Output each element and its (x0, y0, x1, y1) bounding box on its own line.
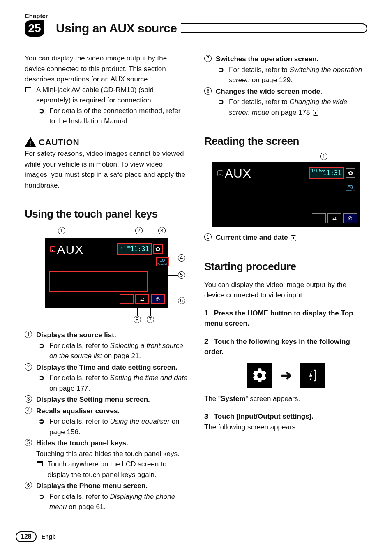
switch-screen-button-2[interactable]: ⇄ (327, 213, 341, 223)
arrow-right-icon: ➜ (280, 365, 292, 386)
wide-mode-button[interactable]: ⛶ (120, 294, 134, 304)
callout-5: 5 (178, 271, 185, 279)
detail-suffix: on page 21. (102, 352, 141, 360)
aux-source-label[interactable]: ⌄ AUX (50, 240, 84, 259)
clock-time: 11:31 (130, 246, 149, 253)
aux-text: AUX (57, 240, 84, 259)
item-num: 5 (25, 439, 32, 446)
phone-button[interactable]: ✆ (151, 294, 165, 304)
page-header: 25 Using an AUX source (25, 20, 367, 37)
page-number: 128 (16, 531, 37, 542)
eq-button-2[interactable]: EQ Powerful (344, 184, 356, 193)
item-num: 1 (25, 331, 32, 338)
item-num: 8 (204, 87, 212, 95)
item-num: 4 (25, 407, 32, 414)
section-starting-procedure: Starting procedure (204, 259, 367, 275)
detail-suffix: on page 61. (67, 503, 106, 511)
touch-panel-items: 1 Displays the source list. For details,… (25, 330, 188, 512)
step-num: 2 (204, 338, 208, 345)
item-plain: Touching this area hides the touch panel… (36, 449, 188, 459)
hide-touch-zone[interactable] (49, 271, 148, 292)
step-num: 1 (204, 309, 208, 317)
phone-button-2[interactable]: ✆ (343, 213, 357, 223)
step-num: 3 (204, 412, 208, 420)
caution-text: For safety reasons, video images cannot … (25, 148, 188, 190)
reading-item-1: 1 Current time and date (204, 232, 367, 243)
item-num: 1 (204, 233, 212, 241)
warning-icon (25, 137, 36, 147)
item-title: Displays the source list. (36, 331, 116, 339)
item-5: 5 Hides the touch panel keys. Touching t… (25, 438, 188, 480)
step-2: 2 Touch the following keys in the follow… (204, 336, 367, 357)
settings-gear-icon[interactable] (247, 363, 272, 388)
aux-source-label-2[interactable]: ⌄ AUX (217, 164, 251, 183)
sys-prefix: The " (204, 395, 221, 403)
eq-sublabel: Powerful (157, 263, 167, 266)
sys-bold: System (221, 395, 245, 403)
item-title: Switches the operation screen. (216, 55, 318, 63)
step-text: Touch the following keys in the followin… (204, 338, 350, 356)
right-column: 7 Switches the operation screen. For det… (204, 53, 367, 513)
callout-4: 4 (178, 254, 185, 262)
item-title: Current time and date (216, 234, 288, 241)
item-2: 2 Displays the Time and date setting scr… (25, 362, 188, 394)
header-rule (181, 23, 367, 33)
page-title: Using an AUX source (56, 21, 177, 35)
clock-time: 11:31 (323, 169, 341, 177)
intro-text: You can display the video image output b… (25, 53, 188, 85)
item-1: 1 Displays the source list. For details,… (25, 330, 188, 361)
aux-text: AUX (225, 164, 251, 183)
callout-8: 8 (134, 316, 141, 323)
item-7: 7 Switches the operation screen. For det… (204, 54, 367, 86)
icon-sequence: ➜ (204, 363, 367, 388)
detail-suffix: on page 177. (49, 385, 90, 392)
item-num: 6 (25, 482, 32, 489)
item-num: 2 (25, 363, 32, 371)
section-end-icon (313, 110, 318, 116)
cable-note-text: A Mini-jack AV cable (CD-RM10) (sold sep… (36, 86, 154, 104)
callout-7: 7 (147, 316, 154, 323)
item-num: 3 (25, 395, 32, 403)
chevron-down-icon[interactable]: ⌄ (50, 246, 55, 252)
detail-suffix: on page 129. (250, 76, 293, 84)
item-4: 4 Recalls equaliser curves. For details,… (25, 406, 188, 438)
clock-display[interactable]: 1/1 Wed 11:31 (117, 243, 151, 255)
gear-icon[interactable]: ✿ (153, 244, 163, 254)
reading-items: 1 Current time and date (204, 232, 367, 243)
section-end-icon (291, 235, 296, 241)
chevron-down-icon[interactable]: ⌄ (217, 170, 223, 176)
item-detail: For details, refer to Changing the wide … (227, 97, 367, 118)
clock-display-2[interactable]: 1/1 Wed 11:31 (309, 167, 344, 179)
eq-label: EQ (157, 259, 167, 263)
detail-prefix: For details, refer to (229, 98, 289, 106)
item-square-detail: Touch anywhere on the LCD screen to disp… (44, 459, 188, 480)
caution-heading: CAUTION (25, 136, 188, 149)
item-detail: For details, refer to Switching the oper… (227, 65, 367, 86)
step-text: Press the HOME button to display the Top… (204, 309, 353, 328)
item-title: Hides the touch panel keys. (36, 439, 128, 447)
language-label: Engb (42, 533, 56, 540)
eq-button[interactable]: EQ Powerful (156, 257, 168, 266)
caution-label: CAUTION (39, 136, 79, 149)
callout-1: 1 (58, 227, 65, 234)
figure-touch-panel: 1 2 3 4 5 6 7 8 ⌄ AUX (37, 227, 176, 326)
cable-detail: For details of the connection method, re… (48, 106, 188, 127)
gear-icon[interactable]: ✿ (346, 168, 355, 178)
item-title: Changes the wide screen mode. (216, 88, 322, 95)
tools-icon[interactable] (300, 363, 325, 388)
step-after: The following screen appears. (204, 422, 367, 433)
item-title: Recalls equaliser curves. (36, 407, 120, 415)
callout-6: 6 (178, 297, 185, 304)
cable-note-list: A Mini-jack AV cable (CD-RM10) (sold sep… (25, 85, 188, 127)
item-detail: For details, refer to Setting the time a… (48, 373, 188, 394)
wide-mode-button-2[interactable]: ⛶ (312, 213, 326, 223)
detail-prefix: For details, refer to (49, 493, 110, 500)
section-touch-panel: Using the touch panel keys (25, 206, 188, 222)
item-3: 3 Displays the Setting menu screen. (25, 394, 188, 405)
step-text: Touch [Input/Output settings]. (214, 412, 314, 420)
detail-ref: Setting the time and date (110, 374, 187, 382)
switch-screen-button[interactable]: ⇄ (135, 294, 149, 304)
eq-label: EQ (346, 185, 355, 189)
system-screen-text: The "System" screen appears. (204, 394, 367, 404)
item-detail: For details, refer to Selecting a front … (48, 341, 188, 361)
